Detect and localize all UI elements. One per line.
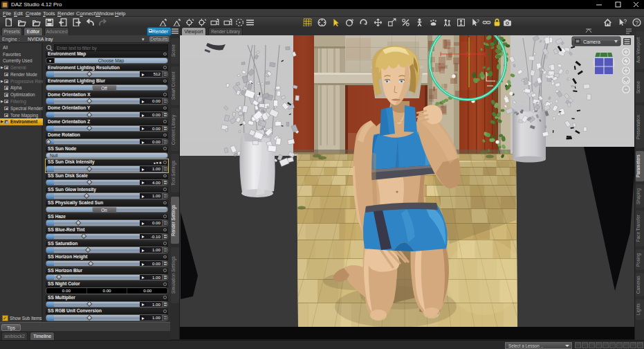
svg-text:?: ? <box>477 18 479 24</box>
svg-text:?: ? <box>623 18 627 25</box>
svg-text:?: ? <box>635 19 638 26</box>
svg-text:Camera: Camera <box>583 39 600 44</box>
